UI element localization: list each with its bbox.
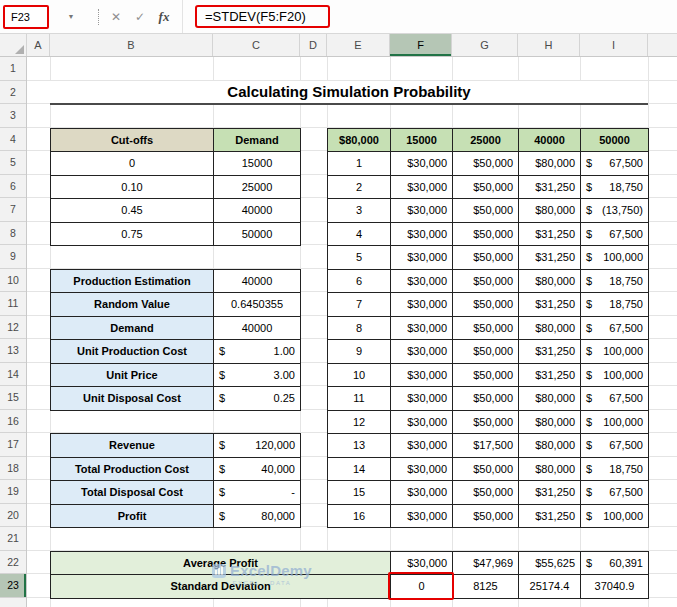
sim-cell[interactable]: $67,500 [581,387,649,411]
sim-run-number[interactable]: 1 [328,152,391,176]
sim-cell[interactable]: $31,250 [519,481,581,505]
sim-cell[interactable]: $30,000 [391,176,453,200]
row-header[interactable]: 21 [0,527,26,551]
sim-cell[interactable]: $30,000 [391,270,453,294]
profit-label[interactable]: Profit [51,505,214,529]
cell-c7[interactable]: 40000 [214,199,301,223]
sim-cell[interactable]: $67,500 [581,152,649,176]
cutoffs-header[interactable]: Cut-offs [51,129,214,153]
column-header-h[interactable]: H [518,34,580,56]
sim-cell[interactable]: $50,000 [453,340,519,364]
column-header-g[interactable]: G [452,34,518,56]
name-box-dropdown-icon[interactable]: ▼ [49,13,93,20]
sim-cell[interactable]: $30,000 [391,505,453,529]
sim-cell[interactable]: $31,250 [519,176,581,200]
sim-cell[interactable]: $67,500 [581,434,649,458]
sim-cell[interactable]: $80,000 [519,458,581,482]
sim-cell[interactable]: $50,000 [453,246,519,270]
sim-header-cell[interactable]: 40000 [519,129,581,153]
cell-c8[interactable]: 50000 [214,223,301,247]
random-value-label[interactable]: Random Value [51,293,214,317]
row-header[interactable]: 18 [0,457,26,481]
cell-c17[interactable]: $120,000 [214,434,301,458]
sim-cell[interactable]: $100,000 [581,411,649,435]
sim-run-number[interactable]: 7 [328,293,391,317]
row-header[interactable]: 3 [0,104,26,128]
sim-cell[interactable]: $80,000 [519,411,581,435]
column-header-b[interactable]: B [50,34,213,56]
row-header[interactable]: 1 [0,57,26,81]
sim-cell[interactable]: $50,000 [453,364,519,388]
unit-disposal-cost-label[interactable]: Unit Disposal Cost [51,387,214,411]
sim-run-number[interactable]: 15 [328,481,391,505]
sim-cell[interactable]: $50,000 [453,152,519,176]
demand-label[interactable]: Demand [51,317,214,341]
sim-cell[interactable]: $100,000 [581,505,649,529]
sim-cell[interactable]: $(13,750) [581,199,649,223]
cell-h22[interactable]: $55,625 [519,552,581,576]
row-header[interactable]: 8 [0,222,26,246]
cell-i23[interactable]: 37040.9 [581,575,649,599]
cell-c20[interactable]: $80,000 [214,505,301,529]
column-header-d[interactable]: D [300,34,327,56]
sheet-title-cell[interactable]: Calculating Simulation Probability [50,81,648,105]
sim-cell[interactable]: $80,000 [519,270,581,294]
row-header[interactable]: 11 [0,292,26,316]
sim-cell[interactable]: $18,750 [581,176,649,200]
sim-cell[interactable]: $50,000 [453,458,519,482]
row-header[interactable]: 19 [0,480,26,504]
row-header[interactable]: 2 [0,81,26,105]
cell-c10[interactable]: 40000 [214,270,301,294]
row-header[interactable]: 20 [0,504,26,528]
column-header-c[interactable]: C [213,34,300,56]
enter-icon[interactable]: ✓ [128,10,152,24]
sim-run-number[interactable]: 9 [328,340,391,364]
cancel-icon[interactable]: ✕ [104,10,128,24]
unit-price-label[interactable]: Unit Price [51,364,214,388]
sim-run-number[interactable]: 12 [328,411,391,435]
cell-i22[interactable]: $60,391 [581,552,649,576]
sim-header-cell[interactable]: 15000 [391,129,453,153]
sim-cell[interactable]: $50,000 [453,505,519,529]
cell-g22[interactable]: $47,969 [453,552,519,576]
sim-cell[interactable]: $18,750 [581,458,649,482]
cell-b7[interactable]: 0.45 [51,199,214,223]
sim-cell[interactable]: $100,000 [581,340,649,364]
sim-header-cell[interactable]: 50000 [581,129,649,153]
sim-cell[interactable]: $80,000 [519,387,581,411]
sim-cell[interactable]: $30,000 [391,364,453,388]
total-disposal-cost-label[interactable]: Total Disposal Cost [51,481,214,505]
cell-c14[interactable]: $3.00 [214,364,301,388]
sim-cell[interactable]: $50,000 [453,317,519,341]
cell-f22[interactable]: $30,000 [391,552,453,576]
row-header[interactable]: 7 [0,198,26,222]
sim-cell[interactable]: $30,000 [391,199,453,223]
sim-cell[interactable]: $50,000 [453,293,519,317]
cell-b6[interactable]: 0.10 [51,176,214,200]
cell-c6[interactable]: 25000 [214,176,301,200]
sim-run-number[interactable]: 6 [328,270,391,294]
cell-b8[interactable]: 0.75 [51,223,214,247]
sim-cell[interactable]: $31,250 [519,505,581,529]
sim-cell[interactable]: $30,000 [391,246,453,270]
cell-c15[interactable]: $0.25 [214,387,301,411]
sim-cell[interactable]: $80,000 [519,152,581,176]
unit-production-cost-label[interactable]: Unit Production Cost [51,340,214,364]
sim-run-number[interactable]: 3 [328,199,391,223]
sim-cell[interactable]: $100,000 [581,246,649,270]
row-header[interactable]: 23 [0,574,26,598]
standard-deviation-label[interactable]: Standard Deviation [51,575,391,599]
cell-c18[interactable]: $40,000 [214,458,301,482]
row-header[interactable]: 15 [0,386,26,410]
sim-run-number[interactable]: 14 [328,458,391,482]
sim-cell[interactable]: $67,500 [581,317,649,341]
sim-run-number[interactable]: 5 [328,246,391,270]
cell-c13[interactable]: $1.00 [214,340,301,364]
sim-cell[interactable]: $50,000 [453,199,519,223]
column-header-e[interactable]: E [327,34,390,56]
sim-cell[interactable]: $50,000 [453,176,519,200]
sim-cell[interactable]: $50,000 [453,270,519,294]
sim-cell[interactable]: $31,250 [519,246,581,270]
cell-c12[interactable]: 40000 [214,317,301,341]
sim-cell[interactable]: $67,500 [581,223,649,247]
